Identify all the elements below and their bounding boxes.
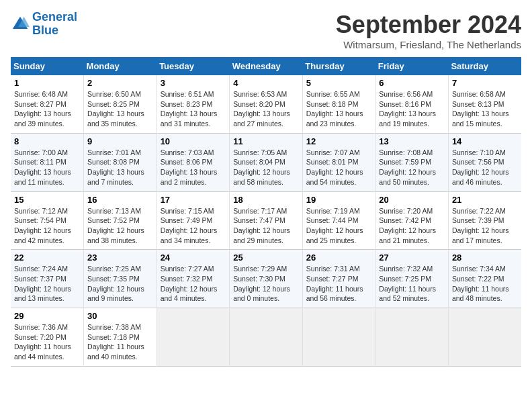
day-number: 17 (161, 195, 226, 205)
day-cell: 17Sunrise: 7:15 AM Sunset: 7:49 PM Dayli… (157, 191, 230, 250)
day-info: Sunrise: 7:31 AM Sunset: 7:27 PM Dayligh… (306, 264, 372, 304)
day-cell: 8Sunrise: 7:00 AM Sunset: 8:11 PM Daylig… (11, 133, 84, 191)
header-cell-wednesday: Wednesday (230, 57, 303, 75)
day-cell: 25Sunrise: 7:29 AM Sunset: 7:30 PM Dayli… (230, 250, 303, 308)
day-cell: 5Sunrise: 6:55 AM Sunset: 8:18 PM Daylig… (302, 75, 375, 133)
day-info: Sunrise: 6:55 AM Sunset: 8:18 PM Dayligh… (306, 89, 372, 129)
day-number: 11 (233, 136, 299, 146)
day-info: Sunrise: 7:17 AM Sunset: 7:47 PM Dayligh… (233, 206, 299, 246)
day-cell: 22Sunrise: 7:24 AM Sunset: 7:37 PM Dayli… (11, 250, 84, 308)
day-cell: 26Sunrise: 7:31 AM Sunset: 7:27 PM Dayli… (302, 250, 375, 308)
day-cell (302, 308, 375, 367)
day-info: Sunrise: 7:13 AM Sunset: 7:52 PM Dayligh… (87, 206, 153, 246)
day-number: 25 (233, 253, 299, 263)
day-cell: 18Sunrise: 7:17 AM Sunset: 7:47 PM Dayli… (230, 191, 303, 250)
day-number: 10 (161, 136, 226, 146)
day-info: Sunrise: 6:51 AM Sunset: 8:23 PM Dayligh… (161, 89, 226, 129)
day-cell (157, 308, 230, 367)
day-info: Sunrise: 7:27 AM Sunset: 7:32 PM Dayligh… (161, 264, 226, 304)
day-cell: 24Sunrise: 7:27 AM Sunset: 7:32 PM Dayli… (157, 250, 230, 308)
title-area: September 2024 Witmarsum, Friesland, The… (336, 11, 521, 50)
logo-text: General Blue (32, 11, 77, 38)
day-info: Sunrise: 7:22 AM Sunset: 7:39 PM Dayligh… (452, 206, 518, 246)
day-info: Sunrise: 6:53 AM Sunset: 8:20 PM Dayligh… (233, 89, 299, 129)
day-number: 28 (452, 253, 518, 263)
day-cell: 9Sunrise: 7:01 AM Sunset: 8:08 PM Daylig… (84, 133, 157, 191)
day-cell: 4Sunrise: 6:53 AM Sunset: 8:20 PM Daylig… (230, 75, 303, 133)
month-title: September 2024 (336, 11, 521, 39)
logo-line1: General (32, 10, 77, 24)
day-number: 1 (14, 78, 80, 88)
day-number: 26 (306, 253, 372, 263)
day-number: 21 (452, 195, 518, 205)
day-info: Sunrise: 7:19 AM Sunset: 7:44 PM Dayligh… (306, 206, 372, 246)
day-cell (448, 308, 521, 367)
header-cell-friday: Friday (375, 57, 449, 75)
day-info: Sunrise: 7:24 AM Sunset: 7:37 PM Dayligh… (14, 264, 80, 304)
day-info: Sunrise: 6:48 AM Sunset: 8:27 PM Dayligh… (14, 89, 80, 129)
day-number: 9 (87, 136, 153, 146)
day-cell: 23Sunrise: 7:25 AM Sunset: 7:35 PM Dayli… (84, 250, 157, 308)
day-cell (230, 308, 303, 367)
day-info: Sunrise: 7:32 AM Sunset: 7:25 PM Dayligh… (379, 264, 445, 304)
logo-line2: Blue (32, 24, 58, 37)
week-row-2: 8Sunrise: 7:00 AM Sunset: 8:11 PM Daylig… (11, 133, 521, 191)
day-number: 3 (161, 78, 226, 88)
header-row: SundayMondayTuesdayWednesdayThursdayFrid… (11, 57, 521, 75)
day-cell: 21Sunrise: 7:22 AM Sunset: 7:39 PM Dayli… (448, 191, 521, 250)
day-number: 12 (306, 136, 372, 146)
day-info: Sunrise: 7:34 AM Sunset: 7:22 PM Dayligh… (452, 264, 518, 304)
header-cell-saturday: Saturday (448, 57, 521, 75)
day-info: Sunrise: 7:38 AM Sunset: 7:18 PM Dayligh… (87, 322, 153, 362)
day-number: 14 (452, 136, 518, 146)
day-cell: 11Sunrise: 7:05 AM Sunset: 8:04 PM Dayli… (230, 133, 303, 191)
day-info: Sunrise: 7:00 AM Sunset: 8:11 PM Dayligh… (14, 148, 80, 187)
day-number: 2 (87, 78, 153, 88)
day-info: Sunrise: 7:10 AM Sunset: 7:56 PM Dayligh… (452, 148, 518, 187)
day-cell: 2Sunrise: 6:50 AM Sunset: 8:25 PM Daylig… (84, 75, 157, 133)
day-info: Sunrise: 7:12 AM Sunset: 7:54 PM Dayligh… (14, 206, 80, 246)
week-row-3: 15Sunrise: 7:12 AM Sunset: 7:54 PM Dayli… (11, 191, 521, 250)
week-row-5: 29Sunrise: 7:36 AM Sunset: 7:20 PM Dayli… (11, 308, 521, 367)
calendar-table: SundayMondayTuesdayWednesdayThursdayFrid… (11, 57, 521, 367)
day-info: Sunrise: 7:20 AM Sunset: 7:42 PM Dayligh… (379, 206, 445, 246)
day-cell: 7Sunrise: 6:58 AM Sunset: 8:13 PM Daylig… (448, 75, 521, 133)
day-cell: 15Sunrise: 7:12 AM Sunset: 7:54 PM Dayli… (11, 191, 84, 250)
day-info: Sunrise: 6:50 AM Sunset: 8:25 PM Dayligh… (87, 89, 153, 129)
day-cell (375, 308, 449, 367)
day-number: 13 (379, 136, 445, 146)
subtitle: Witmarsum, Friesland, The Netherlands (336, 39, 521, 50)
day-number: 30 (87, 311, 153, 321)
day-info: Sunrise: 7:29 AM Sunset: 7:30 PM Dayligh… (233, 264, 299, 304)
day-info: Sunrise: 7:36 AM Sunset: 7:20 PM Dayligh… (14, 322, 80, 362)
logo: General Blue (11, 11, 77, 38)
day-number: 29 (14, 311, 80, 321)
day-cell: 28Sunrise: 7:34 AM Sunset: 7:22 PM Dayli… (448, 250, 521, 308)
day-number: 27 (379, 253, 445, 263)
day-info: Sunrise: 6:58 AM Sunset: 8:13 PM Dayligh… (452, 89, 518, 129)
day-cell: 30Sunrise: 7:38 AM Sunset: 7:18 PM Dayli… (84, 308, 157, 367)
day-cell: 6Sunrise: 6:56 AM Sunset: 8:16 PM Daylig… (375, 75, 449, 133)
day-cell: 27Sunrise: 7:32 AM Sunset: 7:25 PM Dayli… (375, 250, 449, 308)
week-row-4: 22Sunrise: 7:24 AM Sunset: 7:37 PM Dayli… (11, 250, 521, 308)
header-cell-monday: Monday (84, 57, 157, 75)
day-cell: 16Sunrise: 7:13 AM Sunset: 7:52 PM Dayli… (84, 191, 157, 250)
day-info: Sunrise: 7:03 AM Sunset: 8:06 PM Dayligh… (161, 148, 226, 187)
header-cell-thursday: Thursday (302, 57, 375, 75)
day-cell: 10Sunrise: 7:03 AM Sunset: 8:06 PM Dayli… (157, 133, 230, 191)
day-number: 22 (14, 253, 80, 263)
day-cell: 29Sunrise: 7:36 AM Sunset: 7:20 PM Dayli… (11, 308, 84, 367)
day-number: 19 (306, 195, 372, 205)
day-info: Sunrise: 7:25 AM Sunset: 7:35 PM Dayligh… (87, 264, 153, 304)
day-info: Sunrise: 7:15 AM Sunset: 7:49 PM Dayligh… (161, 206, 226, 246)
day-number: 20 (379, 195, 445, 205)
header: General Blue September 2024 Witmarsum, F… (11, 11, 521, 50)
day-cell: 20Sunrise: 7:20 AM Sunset: 7:42 PM Dayli… (375, 191, 449, 250)
day-info: Sunrise: 7:07 AM Sunset: 8:01 PM Dayligh… (306, 148, 372, 187)
day-info: Sunrise: 6:56 AM Sunset: 8:16 PM Dayligh… (379, 89, 445, 129)
day-number: 6 (379, 78, 445, 88)
day-number: 4 (233, 78, 299, 88)
day-number: 18 (233, 195, 299, 205)
day-cell: 3Sunrise: 6:51 AM Sunset: 8:23 PM Daylig… (157, 75, 230, 133)
day-info: Sunrise: 7:05 AM Sunset: 8:04 PM Dayligh… (233, 148, 299, 187)
